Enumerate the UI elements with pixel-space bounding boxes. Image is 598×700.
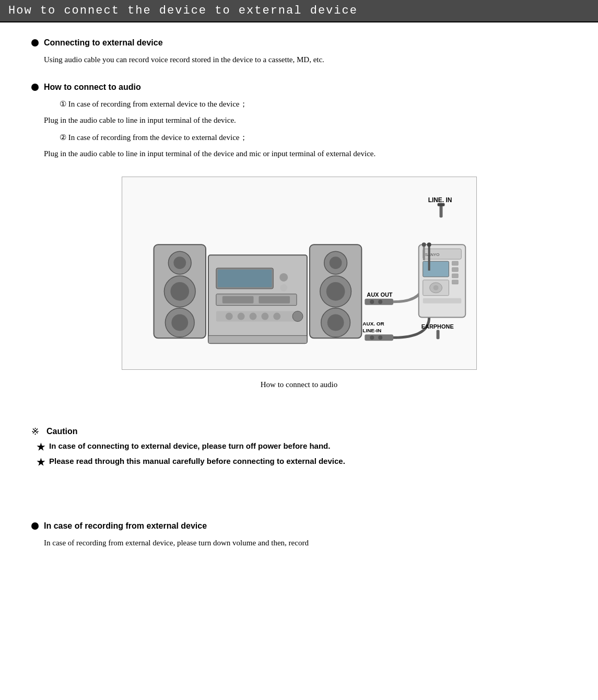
svg-text:SANYO: SANYO <box>425 252 439 257</box>
svg-point-39 <box>378 335 382 340</box>
sub-item-1: ① In case of recording from external dev… <box>44 97 567 111</box>
svg-point-38 <box>370 335 374 340</box>
svg-rect-47 <box>452 261 458 265</box>
svg-point-28 <box>326 282 345 301</box>
section1-body: Using audio cable you can record voice r… <box>31 53 567 67</box>
audio-diagram-svg: AUX OUT AUX. OR LINE-IN LINE. IN <box>122 177 476 369</box>
caution-section: ※ Caution ★ In case of connecting to ext… <box>31 426 567 469</box>
svg-point-11 <box>279 273 288 282</box>
section-recording-external: In case of recording from external devic… <box>31 521 567 550</box>
sub1-text: In case of recording from external devic… <box>68 100 248 108</box>
section3-header: In case of recording from external devic… <box>31 521 567 531</box>
sub2-prefix: ② <box>60 133 66 142</box>
page-title: How to connect the device to external de… <box>8 4 590 17</box>
section2-body: ① In case of recording from external dev… <box>31 97 567 161</box>
section1-header: Connecting to external device <box>31 38 567 48</box>
section2-header: How to connect to audio <box>31 83 567 92</box>
svg-point-7 <box>171 314 188 331</box>
svg-point-26 <box>329 256 342 269</box>
section3-title: In case of recording from external devic… <box>44 521 207 531</box>
svg-point-33 <box>370 300 374 304</box>
sub1-body: Plug in the audio cable to line in input… <box>44 113 567 127</box>
svg-rect-23 <box>208 335 307 343</box>
caution-label: Caution <box>46 427 78 436</box>
svg-point-3 <box>173 256 186 269</box>
caution-text-1: In case of connecting to external device… <box>49 441 330 450</box>
svg-rect-46 <box>423 261 449 277</box>
sub2-text: In case of recording from the device to … <box>68 133 248 142</box>
sub-item-2: ② In case of recording from the device t… <box>44 131 567 145</box>
caution-text-2: Please read through this manual carefull… <box>49 457 345 465</box>
svg-point-20 <box>261 313 268 320</box>
svg-point-60 <box>427 242 431 247</box>
sub2-body: Plug in the audio cable to line in input… <box>44 147 567 161</box>
caution-header: ※ Caution <box>31 426 567 437</box>
star-icon-2: ★ <box>37 457 45 469</box>
section2-title: How to connect to audio <box>44 83 141 92</box>
svg-rect-54 <box>423 298 461 304</box>
section3-body: In case of recording from external devic… <box>31 536 567 550</box>
section-connecting: Connecting to external device Using audi… <box>31 38 567 67</box>
svg-rect-14 <box>222 296 253 304</box>
sub1-prefix: ① <box>60 100 66 108</box>
svg-point-34 <box>378 300 382 304</box>
svg-rect-15 <box>259 296 290 304</box>
svg-point-53 <box>433 285 438 290</box>
section3-text: In case of recording from external devic… <box>44 536 567 550</box>
section-audio-connect: How to connect to audio ① In case of rec… <box>31 83 567 161</box>
svg-text:AUX. OR: AUX. OR <box>362 321 384 326</box>
svg-point-30 <box>327 314 344 331</box>
caution-item-2: ★ Please read through this manual carefu… <box>31 457 567 469</box>
caution-ref-mark: ※ <box>31 426 39 437</box>
page-content: Connecting to external device Using audi… <box>0 22 598 571</box>
svg-text:AUX OUT: AUX OUT <box>367 291 393 298</box>
svg-point-22 <box>292 311 303 322</box>
svg-point-17 <box>225 313 232 320</box>
svg-point-18 <box>237 313 244 320</box>
svg-text:EARPHONE: EARPHONE <box>421 323 453 330</box>
section1-text: Using audio cable you can record voice r… <box>44 53 567 67</box>
svg-rect-10 <box>217 270 271 287</box>
svg-point-59 <box>421 242 426 247</box>
svg-text:LINE-IN: LINE-IN <box>362 328 381 333</box>
svg-rect-49 <box>452 274 458 278</box>
section1-title: Connecting to external device <box>44 38 163 48</box>
svg-rect-48 <box>452 267 458 272</box>
star-icon-1: ★ <box>37 441 45 453</box>
svg-point-5 <box>170 282 189 301</box>
page-header: How to connect the device to external de… <box>0 0 598 22</box>
bullet-icon-3 <box>31 522 39 530</box>
audio-diagram-container: AUX OUT AUX. OR LINE-IN LINE. IN <box>122 177 477 370</box>
bullet-icon-2 <box>31 84 39 91</box>
svg-point-19 <box>249 313 256 320</box>
svg-point-12 <box>280 284 287 291</box>
svg-rect-42 <box>437 203 444 206</box>
caution-item-1: ★ In case of connecting to external devi… <box>31 441 567 453</box>
image-caption: How to connect to audio <box>31 380 567 389</box>
svg-rect-50 <box>452 280 458 284</box>
svg-text:LINE. IN: LINE. IN <box>428 196 452 204</box>
svg-rect-56 <box>436 330 439 339</box>
bullet-icon-1 <box>31 39 39 46</box>
svg-point-21 <box>273 313 280 320</box>
